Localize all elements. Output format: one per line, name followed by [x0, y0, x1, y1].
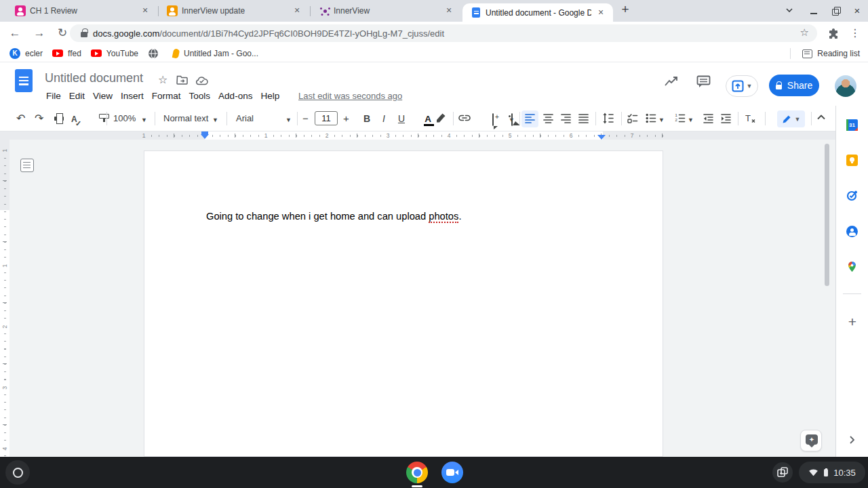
vertical-scrollbar[interactable]: [825, 144, 829, 286]
checklist-icon[interactable]: [627, 113, 638, 125]
bookmark-globe[interactable]: [148, 48, 163, 59]
tab-ch1-review[interactable]: CH 1 Review ×: [7, 0, 157, 22]
address-bar[interactable]: docs.google.com/document/d/1Bi7h4Cyd2JPF…: [70, 24, 817, 42]
align-center-button[interactable]: [542, 113, 554, 125]
minimize-window-button[interactable]: [808, 5, 819, 16]
explore-button[interactable]: ✦: [800, 430, 822, 451]
chevron-down-icon[interactable]: ▼: [141, 114, 147, 126]
google-keep-icon[interactable]: [846, 155, 858, 166]
zoom-app-icon[interactable]: [441, 462, 463, 483]
forward-icon[interactable]: →: [33, 26, 46, 40]
spellcheck-icon[interactable]: A✓: [71, 115, 77, 124]
close-tab-icon[interactable]: ×: [292, 5, 302, 16]
decrease-indent-icon[interactable]: [703, 113, 714, 125]
chevron-down-icon[interactable]: ▼: [509, 114, 515, 126]
google-calendar-icon[interactable]: 31: [846, 119, 858, 131]
justify-button[interactable]: [578, 113, 589, 125]
menu-item[interactable]: View: [89, 90, 117, 102]
last-edit-link[interactable]: Last edit was seconds ago: [298, 91, 402, 101]
menu-item[interactable]: Insert: [117, 90, 148, 102]
undo-icon[interactable]: ↶: [16, 113, 25, 125]
line-spacing-icon[interactable]: [602, 113, 614, 125]
editing-mode-button[interactable]: ▼: [777, 110, 805, 127]
tab-innerview[interactable]: InnerView ×: [311, 0, 461, 22]
document-stats-trend-icon[interactable]: [664, 75, 679, 91]
bookmark-ecler[interactable]: K ecler: [9, 48, 43, 59]
hide-side-panel-chevron-icon[interactable]: [846, 434, 859, 447]
insert-link-icon[interactable]: [458, 113, 471, 125]
font-select[interactable]: Arial: [236, 113, 254, 123]
increase-indent-icon[interactable]: [720, 113, 732, 125]
chrome-app-icon[interactable]: [406, 462, 428, 483]
right-indent-marker[interactable]: [597, 135, 606, 140]
increase-font-size-button[interactable]: +: [343, 113, 349, 125]
google-docs-logo[interactable]: [15, 69, 33, 92]
text-color-button[interactable]: A: [425, 114, 431, 124]
close-tab-icon[interactable]: ×: [140, 5, 151, 16]
bold-button[interactable]: B: [362, 113, 372, 125]
menu-item[interactable]: Help: [256, 90, 283, 102]
menu-item[interactable]: Add-ons: [214, 90, 256, 102]
chevron-down-icon[interactable]: ▼: [285, 114, 292, 126]
tab-search-chevron-icon[interactable]: [784, 5, 795, 16]
menu-item[interactable]: Edit: [65, 90, 89, 102]
add-comment-icon[interactable]: +: [492, 113, 494, 126]
font-size-input[interactable]: 11: [315, 111, 338, 125]
paragraph-style-select[interactable]: Normal text: [163, 113, 208, 123]
google-contacts-icon[interactable]: [846, 226, 858, 237]
browser-menu-dots-icon[interactable]: ⋮: [848, 26, 862, 40]
google-maps-icon[interactable]: [846, 261, 858, 272]
left-indent-marker[interactable]: [201, 134, 209, 139]
highlight-color-icon[interactable]: [435, 113, 446, 125]
move-to-folder-icon[interactable]: [176, 75, 188, 87]
https-lock-icon[interactable]: [81, 32, 87, 37]
menu-item[interactable]: Format: [148, 90, 185, 102]
status-tray[interactable]: 10:35: [799, 462, 865, 483]
reading-list-button[interactable]: Reading list: [790, 45, 860, 62]
present-to-meeting-button[interactable]: ▼: [726, 75, 758, 97]
document-page[interactable]: [144, 150, 663, 457]
align-left-button[interactable]: [524, 113, 536, 125]
close-tab-icon[interactable]: ×: [595, 7, 606, 18]
numbered-list-icon[interactable]: 12: [674, 113, 686, 125]
redo-icon[interactable]: ↷: [35, 113, 43, 125]
comment-history-icon[interactable]: [696, 75, 711, 92]
screen-capture-icon[interactable]: [772, 462, 793, 483]
bookmark-untitled-jam[interactable]: Untitled Jam - Goo...: [173, 49, 258, 58]
bookmark-youtube[interactable]: YouTube: [91, 49, 138, 58]
cloud-saved-icon[interactable]: [195, 76, 208, 88]
menu-item[interactable]: Tools: [185, 90, 215, 102]
chevron-down-icon[interactable]: ▼: [688, 114, 694, 126]
account-avatar[interactable]: [835, 75, 856, 97]
collapse-toolbar-chevron-icon[interactable]: [816, 113, 826, 125]
reload-icon[interactable]: ↻: [56, 26, 69, 40]
italic-button[interactable]: I: [380, 113, 387, 125]
document-text[interactable]: Going to change when i get home and can …: [206, 211, 461, 222]
launcher-button[interactable]: [5, 460, 30, 485]
bookmark-ffed[interactable]: ffed: [52, 49, 81, 58]
back-icon[interactable]: ←: [8, 26, 22, 40]
close-window-button[interactable]: ×: [852, 5, 863, 16]
menu-item[interactable]: File: [42, 90, 65, 102]
first-line-indent-marker[interactable]: [201, 131, 208, 134]
new-tab-button[interactable]: +: [620, 4, 631, 15]
page-url[interactable]: docs.google.com/document/d/1Bi7h4Cyd2JPF…: [93, 28, 444, 39]
tab-innerview-update[interactable]: InnerView update ×: [159, 0, 309, 22]
underline-button[interactable]: U: [397, 113, 406, 125]
star-document-icon[interactable]: ☆: [158, 73, 167, 86]
add-addon-plus-icon[interactable]: +: [845, 314, 860, 329]
chevron-down-icon[interactable]: ▼: [658, 114, 665, 126]
tab-untitled-document-active[interactable]: Untitled document - Google Docs ×: [462, 3, 613, 22]
google-tasks-icon[interactable]: [846, 190, 858, 201]
chevron-down-icon[interactable]: ▼: [212, 114, 218, 126]
extensions-puzzle-icon[interactable]: [827, 27, 840, 41]
zoom-select[interactable]: 100%: [113, 113, 136, 123]
bookmark-star-icon[interactable]: ☆: [800, 26, 809, 39]
bulleted-list-icon[interactable]: [645, 113, 656, 125]
align-right-button[interactable]: [560, 113, 572, 125]
document-title[interactable]: Untitled document: [45, 71, 143, 85]
close-tab-icon[interactable]: ×: [443, 5, 454, 16]
share-button[interactable]: Share: [769, 75, 819, 96]
document-outline-icon[interactable]: [20, 159, 34, 172]
clear-formatting-icon[interactable]: T: [744, 113, 755, 125]
